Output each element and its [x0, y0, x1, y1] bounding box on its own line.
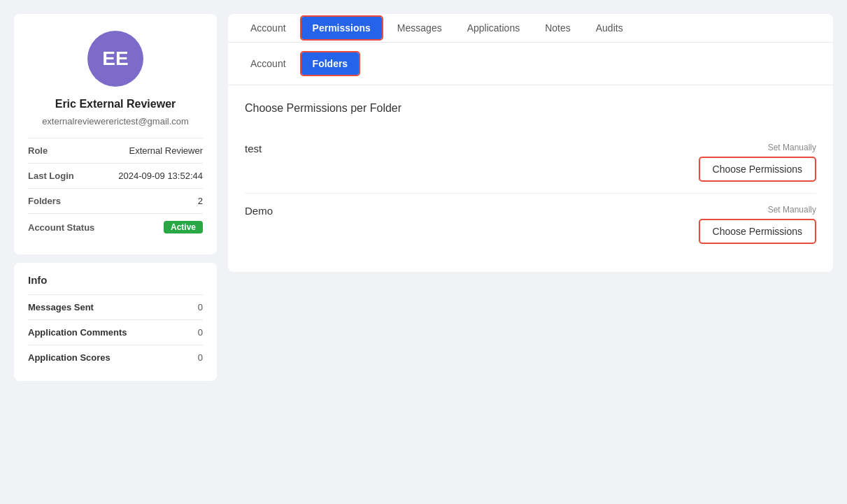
sub-tab-account[interactable]: Account: [239, 50, 297, 78]
permissions-content: Choose Permissions per Folder test Set M…: [228, 85, 833, 272]
choose-permissions-button-test[interactable]: Choose Permissions: [699, 157, 816, 182]
folders-row: Folders 2: [28, 188, 203, 213]
application-scores-value: 0: [198, 352, 203, 363]
account-status-label: Account Status: [28, 222, 94, 233]
tab-messages[interactable]: Messages: [386, 14, 453, 42]
set-manually-label-test: Set Manually: [768, 143, 816, 152]
profile-details: Role External Reviewer Last Login 2024-0…: [28, 138, 203, 240]
profile-card: EE Eric External Reviewer externalreview…: [14, 14, 217, 254]
last-login-label: Last Login: [28, 171, 74, 181]
nav-tabs: Account Permissions Messages Application…: [228, 14, 833, 43]
tab-applications[interactable]: Applications: [456, 14, 532, 42]
permissions-content-title: Choose Permissions per Folder: [245, 102, 816, 115]
folders-value: 2: [198, 196, 203, 206]
messages-sent-row: Messages Sent 0: [28, 295, 203, 320]
folders-label: Folders: [28, 196, 61, 206]
role-row: Role External Reviewer: [28, 138, 203, 163]
main-content: Account Permissions Messages Application…: [228, 14, 833, 490]
folder-row-demo: Demo Set Manually Choose Permissions: [245, 194, 816, 255]
application-comments-value: 0: [198, 327, 203, 338]
role-label: Role: [28, 145, 48, 156]
avatar: EE: [87, 31, 143, 87]
application-scores-label: Application Scores: [28, 352, 111, 363]
messages-sent-value: 0: [198, 302, 203, 312]
profile-email: externalreviewererictest@gmail.com: [42, 116, 189, 127]
tab-audits[interactable]: Audits: [585, 14, 634, 42]
tab-permissions[interactable]: Permissions: [301, 17, 382, 39]
tab-account[interactable]: Account: [239, 14, 297, 42]
application-comments-label: Application Comments: [28, 327, 127, 338]
sub-tabs: Account Folders: [228, 43, 833, 85]
messages-sent-label: Messages Sent: [28, 302, 94, 312]
sidebar: EE Eric External Reviewer externalreview…: [14, 14, 217, 490]
folder-row-test: test Set Manually Choose Permissions: [245, 131, 816, 194]
info-title: Info: [28, 274, 203, 295]
account-status-badge: Active: [164, 221, 203, 233]
application-scores-row: Application Scores 0: [28, 345, 203, 370]
folders-subtab-highlight: Folders: [300, 51, 361, 76]
permission-right-demo: Set Manually Choose Permissions: [676, 205, 816, 244]
account-status-row: Account Status Active: [28, 213, 203, 240]
info-card: Info Messages Sent 0 Application Comment…: [14, 263, 217, 381]
choose-permissions-button-demo[interactable]: Choose Permissions: [699, 219, 816, 244]
folder-name-test: test: [245, 143, 262, 154]
set-manually-label-demo: Set Manually: [768, 205, 816, 215]
application-comments-row: Application Comments 0: [28, 320, 203, 345]
permissions-tab-highlight: Permissions: [300, 15, 383, 41]
profile-name: Eric External Reviewer: [55, 98, 176, 110]
permission-right-test: Set Manually Choose Permissions: [676, 143, 816, 182]
sub-tab-folders[interactable]: Folders: [301, 52, 360, 75]
last-login-value: 2024-09-09 13:52:44: [118, 171, 203, 181]
tab-notes[interactable]: Notes: [534, 14, 582, 42]
role-value: External Reviewer: [129, 145, 204, 156]
main-card: Account Permissions Messages Application…: [228, 14, 833, 272]
folder-name-demo: Demo: [245, 205, 273, 217]
last-login-row: Last Login 2024-09-09 13:52:44: [28, 163, 203, 188]
